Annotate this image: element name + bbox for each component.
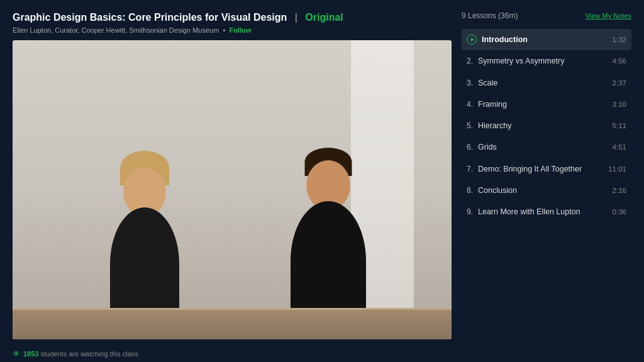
lesson-number: 7. <box>467 165 473 173</box>
watching-icon: 👁 <box>13 349 20 358</box>
lesson-play-icon <box>467 35 477 45</box>
lesson-name: Framing <box>478 99 608 109</box>
lesson-item[interactable]: 2.Symmetry vs Asymmetry4:56 <box>462 50 631 72</box>
left-panel: Graphic Design Basics: Core Principles f… <box>13 11 452 339</box>
person-right <box>284 151 372 321</box>
lessons-list: Introduction1:322.Symmetry vs Asymmetry4… <box>462 29 631 222</box>
lesson-item[interactable]: 6.Grids4:51 <box>462 136 631 158</box>
lesson-duration: 3:10 <box>613 101 626 108</box>
lesson-number: 9. <box>467 207 473 216</box>
lesson-name: Scale <box>478 78 608 88</box>
watching-text: 1853 students are watching this class <box>23 350 138 358</box>
lesson-duration: 5:11 <box>613 122 626 129</box>
lesson-name: Learn More with Ellen Lupton <box>478 207 608 217</box>
lesson-item[interactable]: 7.Demo: Bringing It All Together11:01 <box>462 158 631 180</box>
person-right-body <box>291 201 366 321</box>
lessons-header: 9 Lessons (36m) View My Notes <box>462 11 631 24</box>
watching-label: students are watching this class <box>41 350 138 358</box>
video-scene <box>13 40 452 339</box>
lesson-name: Conclusion <box>478 185 608 195</box>
person-left-body <box>110 207 179 321</box>
lesson-number: 3. <box>467 79 473 87</box>
lesson-item[interactable]: 4.Framing3:10 <box>462 94 631 115</box>
course-badge: Original <box>305 12 343 23</box>
lesson-number: 8. <box>467 186 473 195</box>
lesson-item[interactable]: 9.Learn More with Ellen Lupton0:36 <box>462 201 631 222</box>
lessons-count: 9 Lessons (36m) <box>462 11 518 20</box>
lesson-number: 6. <box>467 143 473 151</box>
lesson-item[interactable]: Introduction1:32 <box>462 29 631 50</box>
lesson-duration: 11:01 <box>608 165 626 173</box>
video-player[interactable]: 1x ↺ 0:00 / -:- ⚑ ▭ 🔊 ⤢ <box>13 40 452 339</box>
follow-link[interactable]: Follow <box>229 26 251 34</box>
lesson-duration: 1:32 <box>613 36 626 43</box>
lesson-item[interactable]: 5.Hierarchy5:11 <box>462 115 631 136</box>
course-title: Graphic Design Basics: Core Principles f… <box>13 11 452 25</box>
lesson-duration: 0:36 <box>613 208 626 216</box>
lesson-number: 4. <box>467 100 473 109</box>
lesson-item[interactable]: 8.Conclusion2:16 <box>462 180 631 201</box>
lesson-name: Symmetry vs Asymmetry <box>478 56 608 66</box>
view-notes-link[interactable]: View My Notes <box>586 12 631 19</box>
lesson-name: Introduction <box>482 35 608 45</box>
course-author: Ellen Lupton, Curator, Cooper Hewitt, Sm… <box>13 26 452 34</box>
lesson-duration: 4:51 <box>613 143 626 151</box>
course-title-text: Graphic Design Basics: Core Principles f… <box>13 12 287 23</box>
lesson-item[interactable]: 3.Scale2:37 <box>462 72 631 94</box>
person-left <box>101 151 189 321</box>
right-panel: 9 Lessons (36m) View My Notes Introducti… <box>462 11 631 339</box>
course-header: Graphic Design Basics: Core Principles f… <box>13 11 452 34</box>
lesson-number: 2. <box>467 57 473 65</box>
author-text: Ellen Lupton, Curator, Cooper Hewitt, Sm… <box>13 26 219 34</box>
lesson-duration: 2:16 <box>613 187 626 194</box>
watching-bar: 👁 1853 students are watching this class <box>0 346 644 362</box>
table-surface <box>13 308 452 339</box>
lesson-name: Grids <box>478 142 608 152</box>
play-triangle <box>471 38 474 41</box>
lesson-name: Hierarchy <box>478 121 608 131</box>
lesson-duration: 2:37 <box>613 79 626 87</box>
lesson-duration: 4:56 <box>613 57 626 65</box>
title-separator: | <box>295 12 297 23</box>
watching-count: 1853 <box>23 350 38 358</box>
lesson-number: 5. <box>467 121 473 130</box>
lesson-name: Demo: Bringing It All Together <box>478 164 603 174</box>
